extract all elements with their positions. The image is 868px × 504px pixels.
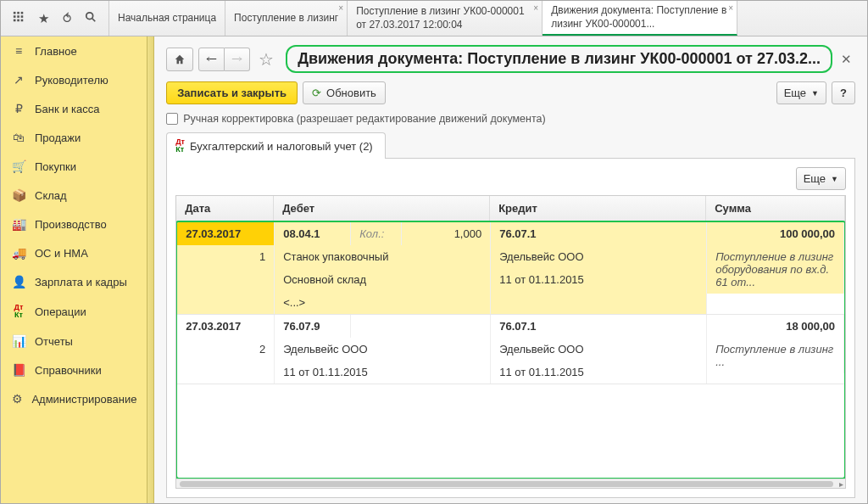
chevron-down-icon: ▼: [811, 89, 819, 98]
svg-rect-5: [21, 15, 24, 18]
sidebar-item-main[interactable]: ≡Главное: [1, 36, 147, 65]
sidebar-item-warehouse[interactable]: 📦Склад: [1, 181, 147, 210]
manual-edit-checkbox[interactable]: [166, 113, 178, 125]
more-label: Еще: [784, 87, 806, 99]
sidebar-item-label: Банк и касса: [35, 103, 100, 115]
sidebar-item-label: Руководителю: [35, 74, 108, 87]
close-icon[interactable]: ×: [728, 3, 733, 13]
sidebar-item-label: Склад: [35, 189, 67, 202]
sidebar-item-production[interactable]: 🏭Производство: [1, 210, 147, 238]
svg-rect-3: [14, 15, 16, 18]
table-row[interactable]: 27.03.20172 76.07.9 Эдельвейс ООО11 от 0…: [177, 315, 844, 384]
tab-0[interactable]: Начальная страница: [109, 1, 225, 36]
sidebar-item-refs[interactable]: 📕Справочники: [1, 356, 147, 384]
sidebar-item-operations[interactable]: ДтКтОперации: [1, 296, 147, 327]
cell-sum: 18 000,00: [707, 315, 844, 338]
sidebar-item-assets[interactable]: 🚚ОС и НМА: [1, 238, 147, 267]
svg-rect-6: [14, 20, 16, 22]
col-header-credit[interactable]: Кредит: [490, 196, 706, 221]
sales-icon: 🛍: [11, 131, 26, 144]
search-icon[interactable]: [85, 11, 97, 25]
forward-button[interactable]: 🡒: [225, 48, 250, 71]
back-button[interactable]: 🡐: [198, 48, 225, 71]
admin-icon: ⚙: [11, 392, 23, 406]
cell-credit-acc: 76.07.1: [491, 222, 707, 245]
main-icon: ≡: [11, 44, 26, 58]
cell-credit-l2: Эдельвейс ООО: [491, 338, 707, 361]
sidebar-item-bank[interactable]: ₽Банк и касса: [1, 94, 147, 123]
entries-grid: Дата Дебет Кредит Сумма 27.03.20171 08.0…: [175, 195, 846, 489]
tab-accounting[interactable]: ДтКт Бухгалтерский и налоговый учет (2): [166, 132, 386, 159]
sidebar-item-payroll[interactable]: 👤Зарплата и кадры: [1, 267, 147, 296]
save-close-button[interactable]: Записать и закрыть: [166, 81, 298, 104]
sidebar-item-reports[interactable]: 📊Отчеты: [1, 327, 147, 356]
svg-rect-8: [21, 20, 24, 22]
bank-icon: ₽: [11, 102, 26, 115]
col-header-debit[interactable]: Дебет: [274, 196, 490, 221]
refresh-icon: ⟳: [312, 87, 321, 99]
cell-debit-acc: 08.04.1: [275, 222, 351, 245]
sidebar-item-label: Покупки: [35, 160, 76, 173]
cell-debit-l4: <...>: [275, 291, 491, 314]
chevron-down-icon: ▼: [831, 175, 838, 183]
cell-qty-label: Кол.:: [351, 222, 402, 245]
svg-rect-0: [14, 12, 16, 14]
svg-rect-7: [17, 20, 19, 22]
tab-3[interactable]: Движения документа: Поступление в лизинг…: [542, 1, 737, 36]
production-icon: 🏭: [11, 217, 26, 231]
operations-icon: ДтКт: [11, 304, 26, 319]
cell-qty: 1,000: [402, 222, 491, 245]
home-button[interactable]: [166, 48, 193, 71]
refresh-button[interactable]: ⟳ Обновить: [303, 81, 386, 104]
cell-debit-l3: Основной склад: [275, 268, 491, 291]
sidebar-handle[interactable]: [147, 36, 154, 504]
cell-credit-l3: 11 от 01.11.2015: [491, 268, 707, 291]
star-icon[interactable]: ★: [38, 11, 49, 26]
favorite-icon[interactable]: ☆: [259, 49, 274, 70]
sidebar-item-purchases[interactable]: 🛒Покупки: [1, 152, 147, 181]
tab-label: Движения документа: Поступление в лизинг…: [551, 4, 728, 31]
sidebar-item-label: Производство: [35, 218, 107, 231]
tab-label: Начальная страница: [118, 12, 216, 25]
sidebar-item-label: Справочники: [35, 364, 102, 377]
svg-line-10: [92, 19, 96, 22]
tab-2[interactable]: Поступление в лизинг УК00-000001 от 27.0…: [348, 1, 542, 36]
cell-debit-l2: Эдельвейс ООО: [275, 338, 491, 361]
cell-credit-l3: 11 от 01.11.2015: [491, 361, 707, 384]
help-button[interactable]: ?: [832, 81, 855, 104]
cell-debit-acc: 76.07.9: [275, 315, 351, 338]
apps-icon[interactable]: [13, 11, 25, 25]
more-button[interactable]: Еще ▼: [776, 81, 826, 104]
sidebar-item-sales[interactable]: 🛍Продажи: [1, 123, 147, 152]
cell-debit-l3: 11 от 01.11.2015: [275, 361, 491, 384]
svg-rect-2: [21, 12, 24, 14]
cell-credit-l2: Эдельвейс ООО: [491, 245, 707, 268]
cell-comment: Поступление в лизинг ...: [707, 338, 844, 373]
svg-rect-1: [17, 12, 19, 14]
payroll-icon: 👤: [11, 275, 26, 288]
svg-point-9: [86, 13, 93, 20]
col-header-sum[interactable]: Сумма: [706, 196, 845, 221]
close-icon[interactable]: ×: [338, 3, 343, 13]
h-scrollbar[interactable]: ▸: [176, 479, 845, 488]
col-header-date[interactable]: Дата: [176, 196, 274, 221]
refresh-label: Обновить: [326, 87, 376, 99]
link-icon[interactable]: ⥀: [63, 11, 71, 26]
tab-1[interactable]: Поступление в лизинг×: [225, 1, 348, 36]
grid-more-button[interactable]: Еще ▼: [796, 167, 846, 190]
sidebar: ≡Главное↗Руководителю₽Банк и касса🛍Прода…: [1, 36, 147, 504]
sidebar-item-label: Главное: [35, 45, 77, 58]
cell-n: 2: [177, 338, 275, 361]
manager-icon: ↗: [11, 73, 26, 87]
cell-debit-l2: Станок упаковочный: [275, 245, 491, 268]
sidebar-item-label: Продажи: [35, 132, 81, 144]
table-row[interactable]: 27.03.20171 08.04.1Кол.:1,000Станок упак…: [177, 222, 844, 315]
warehouse-icon: 📦: [11, 188, 26, 202]
manual-edit-label: Ручная корректировка (разрешает редактир…: [183, 113, 545, 125]
sidebar-item-manager[interactable]: ↗Руководителю: [1, 65, 147, 94]
sidebar-item-label: Зарплата и кадры: [35, 276, 127, 288]
close-icon[interactable]: ✕: [837, 52, 855, 67]
sidebar-item-admin[interactable]: ⚙Администрирование: [1, 384, 147, 413]
close-icon[interactable]: ×: [533, 3, 538, 13]
cell-credit-acc: 76.07.1: [491, 315, 707, 338]
